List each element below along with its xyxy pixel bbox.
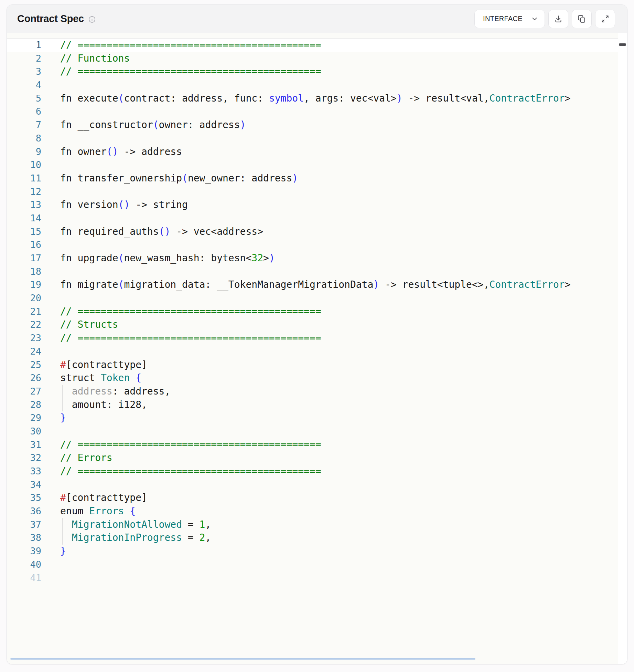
line-number: 41 <box>7 571 41 585</box>
code-content: MigrationInProgress = 2, <box>60 531 211 545</box>
code-line: 25#[contracttype] <box>7 358 627 372</box>
line-number: 14 <box>7 212 41 225</box>
line-number: 5 <box>7 92 41 105</box>
code-content: fn __constructor(owner: address) <box>60 118 246 132</box>
code-line: 19fn migrate(migration_data: __TokenMana… <box>7 278 627 292</box>
line-number: 13 <box>7 198 41 212</box>
header-right: INTERFACE <box>474 10 615 28</box>
code-line: 23// ===================================… <box>7 332 627 345</box>
line-number: 24 <box>7 345 41 358</box>
code-content: MigrationNotAllowed = 1, <box>60 518 211 532</box>
line-number: 10 <box>7 158 41 172</box>
code-line: 4 <box>7 78 627 92</box>
horizontal-scrollbar-thumb[interactable] <box>10 658 475 660</box>
chevron-down-icon <box>531 15 538 23</box>
panel-title: Contract Spec <box>17 13 84 24</box>
code-line: 24 <box>7 345 627 358</box>
copy-button[interactable] <box>572 10 592 28</box>
code-line: 18 <box>7 265 627 279</box>
code-content: // =====================================… <box>60 65 321 78</box>
code-line: 40 <box>7 558 627 571</box>
download-icon <box>554 14 563 23</box>
code-line: 36enum Errors { <box>7 505 627 518</box>
code-content: // =====================================… <box>60 39 321 52</box>
line-number: 32 <box>7 451 41 465</box>
line-number: 40 <box>7 558 41 571</box>
code-content: // =====================================… <box>60 305 321 318</box>
code-line: 9fn owner() -> address <box>7 145 627 159</box>
code-line: 34 <box>7 478 627 492</box>
code-line: 30 <box>7 425 627 438</box>
code-line: 3// ====================================… <box>7 65 627 78</box>
code-content: // =====================================… <box>60 438 321 452</box>
code-line: 26struct Token { <box>7 371 627 385</box>
code-line: 38 MigrationInProgress = 2, <box>7 531 627 545</box>
interface-dropdown-value: INTERFACE <box>483 15 523 23</box>
code-line: 5fn execute(contract: address, func: sym… <box>7 92 627 105</box>
code-line: 28 amount: i128, <box>7 398 627 412</box>
line-number: 33 <box>7 465 41 478</box>
vertical-scrollbar-track[interactable] <box>618 33 627 664</box>
line-number: 29 <box>7 411 41 425</box>
line-number: 8 <box>7 132 41 145</box>
code-line: 14 <box>7 212 627 225</box>
indent-guide <box>62 398 63 412</box>
code-line: 33// ===================================… <box>7 465 627 478</box>
code-line: 6 <box>7 105 627 118</box>
code-content: fn owner() -> address <box>60 145 182 159</box>
code-line: 27 address: address, <box>7 385 627 398</box>
code-content: fn migrate(migration_data: __TokenManage… <box>60 278 570 292</box>
code-line: 10 <box>7 158 627 172</box>
code-content: // =====================================… <box>60 465 321 478</box>
line-number: 21 <box>7 305 41 318</box>
code-line: 1// ====================================… <box>7 39 627 52</box>
code-line: 35#[contracttype] <box>7 491 627 505</box>
line-number: 16 <box>7 238 41 252</box>
code-content: amount: i128, <box>60 398 147 412</box>
line-number: 19 <box>7 278 41 292</box>
line-number: 2 <box>7 52 41 65</box>
info-icon[interactable] <box>88 15 96 23</box>
code-line: 15fn required_auths() -> vec<address> <box>7 225 627 239</box>
code-line: 16 <box>7 238 627 252</box>
fullscreen-button[interactable] <box>595 10 615 28</box>
line-number: 28 <box>7 398 41 412</box>
code-line: 2// Functions <box>7 52 627 65</box>
interface-dropdown[interactable]: INTERFACE <box>474 10 545 28</box>
vertical-scrollbar-thumb[interactable] <box>619 43 626 46</box>
contract-spec-card: Contract Spec INTERFACE <box>7 4 627 664</box>
code-line: 12 <box>7 185 627 199</box>
line-number: 30 <box>7 425 41 438</box>
code-line: 39} <box>7 545 627 558</box>
line-number: 34 <box>7 478 41 492</box>
line-number: 3 <box>7 65 41 78</box>
code-line: 32// Errors <box>7 451 627 465</box>
line-number: 27 <box>7 385 41 398</box>
code-lines: 1// ====================================… <box>7 33 627 585</box>
code-content: struct Token { <box>60 371 141 385</box>
line-number: 17 <box>7 252 41 265</box>
download-button[interactable] <box>548 10 568 28</box>
line-number: 39 <box>7 545 41 558</box>
line-number: 12 <box>7 185 41 199</box>
line-number: 7 <box>7 118 41 132</box>
code-content: } <box>60 545 66 558</box>
code-content: #[contracttype] <box>60 358 147 372</box>
indent-guide <box>62 531 63 545</box>
code-line: 20 <box>7 292 627 305</box>
line-number: 23 <box>7 332 41 345</box>
line-number: 25 <box>7 358 41 372</box>
code-content: enum Errors { <box>60 505 136 518</box>
code-line: 13fn version() -> string <box>7 198 627 212</box>
code-content: // Functions <box>60 52 130 65</box>
code-line: 37 MigrationNotAllowed = 1, <box>7 518 627 532</box>
code-content: fn upgrade(new_wasm_hash: bytesn<32>) <box>60 252 275 265</box>
code-line: 7fn __constructor(owner: address) <box>7 118 627 132</box>
code-line: 29} <box>7 411 627 425</box>
code-viewer[interactable]: 1// ====================================… <box>7 33 627 664</box>
code-line: 21// ===================================… <box>7 305 627 318</box>
line-number: 20 <box>7 292 41 305</box>
code-content: // Structs <box>60 318 118 332</box>
line-number: 35 <box>7 491 41 505</box>
line-number: 6 <box>7 105 41 118</box>
